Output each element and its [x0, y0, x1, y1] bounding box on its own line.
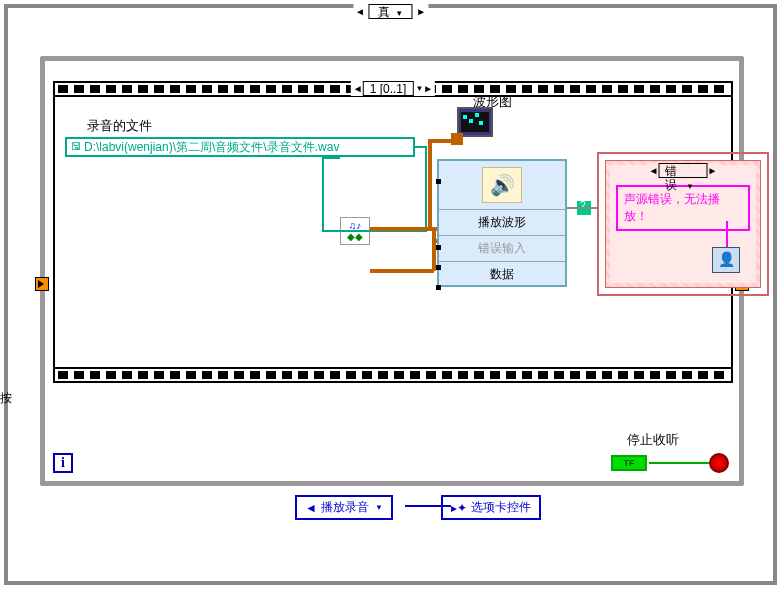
wire	[370, 269, 434, 273]
vi-error-in: 错误输入	[439, 235, 565, 261]
loop-iteration-terminal[interactable]: i	[53, 453, 73, 473]
dropdown-arrow-icon: ▼	[375, 503, 383, 512]
case-selector-header[interactable]: ◄ 真 ▼ ►	[353, 4, 428, 19]
vi-title: 播放波形	[439, 209, 565, 235]
waveform-icon	[461, 112, 489, 132]
wire	[405, 505, 451, 507]
stop-label: 停止收听	[627, 431, 679, 449]
file-path-text: D:\labvi(wenjian)\第二周\音频文件\录音文件.wav	[84, 139, 339, 155]
dropdown-arrow-icon: ▼	[395, 9, 403, 18]
case-value[interactable]: 真 ▼	[369, 4, 412, 19]
seq-next-arrow[interactable]: ►	[423, 83, 433, 94]
seq-label[interactable]: 1 [0..1]	[363, 81, 414, 96]
error-case-selector[interactable]: ◄ 错误 ▼ ►	[647, 163, 720, 178]
tab-control-terminal[interactable]: ▸✦ 选项卡控件	[441, 495, 541, 520]
bottom-controls: ◄ 播放录音 ▼ ▸✦ 选项卡控件	[295, 495, 541, 520]
wire	[425, 146, 427, 232]
case-prev-arrow[interactable]: ◄	[355, 6, 365, 17]
wire	[428, 140, 432, 230]
dialog-vi-icon[interactable]: 👤	[712, 247, 740, 273]
case-prev-arrow[interactable]: ◄	[649, 165, 659, 176]
path-icon: 🖫	[71, 139, 81, 155]
sequence-body: 录音的文件 波形图 🖫 D:\labvi(wenjian)\第二周\音频文件\录…	[57, 99, 729, 365]
speaker-icon: 🔊	[482, 167, 522, 203]
file-path-constant[interactable]: 🖫 D:\labvi(wenjian)\第二周\音频文件\录音文件.wav	[65, 137, 415, 157]
loop-stop-condition[interactable]	[709, 453, 729, 473]
vi-data: 数据	[439, 261, 565, 287]
error-case-body: ◄ 错误 ▼ ► 声源错误，无法播放！ 👤	[610, 165, 756, 283]
dropdown-arrow-icon: ▼	[686, 182, 694, 191]
wire	[567, 207, 599, 209]
wire	[322, 157, 324, 232]
play-waveform-vi[interactable]: 🔊 播放波形 错误输入 数据	[437, 159, 567, 287]
wave-tunnel[interactable]	[451, 133, 463, 145]
wire	[428, 139, 452, 143]
seq-prev-arrow[interactable]: ◄	[353, 83, 363, 94]
dropdown-arrow-icon: ▼	[415, 84, 423, 93]
while-loop: ◄ 1 [0..1] ▼ ► 录音的文件 波形图 🖫 D:\labvi(wenj…	[40, 56, 744, 486]
error-case-border: ◄ 错误 ▼ ► 声源错误，无法播放！ 👤	[605, 160, 761, 288]
case-next-arrow[interactable]: ►	[416, 6, 426, 17]
wire	[649, 462, 709, 464]
file-path-label: 录音的文件	[87, 117, 152, 135]
case-next-arrow[interactable]: ►	[708, 165, 718, 176]
tab-arrow-icon: ▸✦	[451, 501, 467, 515]
boolean-terminal[interactable]: TF	[611, 455, 647, 471]
error-case-structure: ◄ 错误 ▼ ► 声源错误，无法播放！ 👤	[597, 152, 769, 296]
left-right-arrow-icon: ◄	[305, 501, 317, 515]
partial-label: 按	[0, 390, 12, 407]
stacked-sequence: ◄ 1 [0..1] ▼ ► 录音的文件 波形图 🖫 D:\labvi(wenj…	[53, 81, 733, 383]
film-strip-bottom	[55, 367, 731, 381]
sequence-selector[interactable]: ◄ 1 [0..1] ▼ ►	[351, 81, 435, 96]
play-recording-control[interactable]: ◄ 播放录音 ▼	[295, 495, 393, 520]
wire	[322, 157, 340, 159]
loop-tunnel-left[interactable]	[35, 277, 49, 291]
error-case-value[interactable]: 错误 ▼	[658, 163, 707, 178]
